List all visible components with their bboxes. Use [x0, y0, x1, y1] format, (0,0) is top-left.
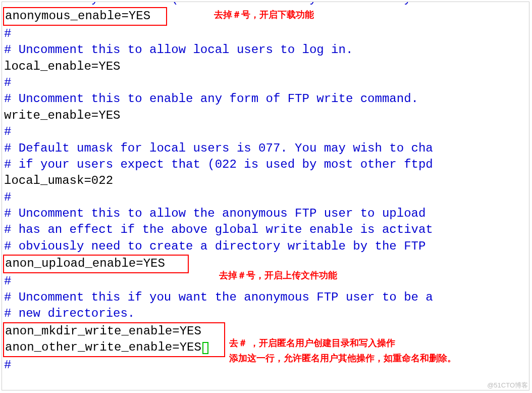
annotation-download: 去掉＃号，开启下载功能 [214, 9, 314, 21]
setting-text: anon_upload_enable=YES [5, 257, 165, 270]
setting-text: anon_other_write_enable=YES [5, 340, 201, 354]
cfg-line-comment: # [2, 26, 529, 42]
cfg-line-comment: # Uncomment this to enable any form of F… [2, 91, 529, 107]
cfg-line-comment: # [2, 189, 529, 206]
cursor-icon [202, 342, 208, 354]
annotation-mkdir: 去＃ ，开启匿名用户创建目录和写入操作 [229, 337, 395, 349]
highlight-box: anon_upload_enable=YES [3, 255, 189, 273]
cfg-line-comment: # [2, 357, 529, 373]
cfg-line-write-enable: write_enable=YES [2, 108, 529, 124]
cfg-line-comment: # Uncomment this to allow local users to… [2, 42, 529, 58]
watermark-text: @51CTO博客 [487, 381, 528, 390]
cfg-line-comment: # [2, 273, 529, 289]
cfg-line-comment: # [2, 75, 529, 91]
cfg-line-local-umask: local_umask=022 [2, 173, 529, 189]
editor-viewport: # Allow anonymous FTP? (Beware - allowed… [2, 2, 529, 390]
cfg-line-comment: # Allow anonymous FTP? (Beware - allowed… [2, 2, 529, 7]
cfg-line-comment: # obviously need to create a directory w… [2, 238, 529, 255]
setting-text: anon_mkdir_write_enable=YES [5, 324, 201, 338]
cfg-line-comment: # [2, 124, 529, 140]
cfg-line-local-enable: local_enable=YES [2, 59, 529, 75]
cfg-line-comment: # Uncomment this to allow the anonymous … [2, 206, 529, 222]
highlight-box: anonymous_enable=YES [3, 7, 167, 25]
cfg-line-comment: # Uncomment this if you want the anonymo… [2, 289, 529, 306]
cfg-line-comment: # has an effect if the above global writ… [2, 222, 529, 238]
setting-text: anonymous_enable=YES [5, 9, 150, 23]
cfg-line-comment: # new directories. [2, 306, 529, 322]
highlight-box: anon_mkdir_write_enable=YES anon_other_w… [3, 322, 225, 357]
cfg-line-comment: # if your users expect that (022 is used… [2, 157, 529, 173]
cfg-line-comment: # Default umask for local users is 077. … [2, 140, 529, 157]
